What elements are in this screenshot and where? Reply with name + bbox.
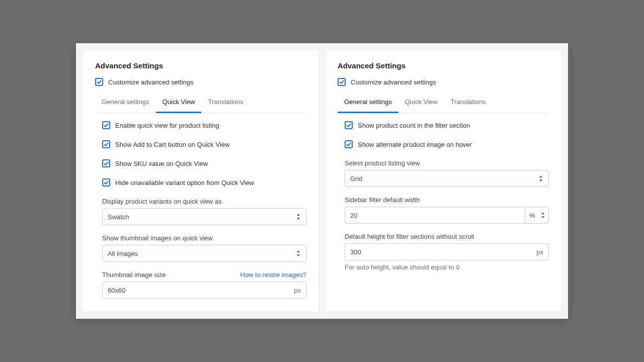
filter-height-input[interactable]: 300 px xyxy=(345,243,549,260)
alt-image-checkbox[interactable] xyxy=(345,140,353,148)
panel-title: Advanced Settings xyxy=(95,61,306,70)
tabs: General settings Quick View Translations xyxy=(338,93,549,113)
customize-row: Customize advanced settings xyxy=(338,78,549,86)
caret-icon xyxy=(538,175,543,182)
thumb-size-value: 60x60 xyxy=(108,287,125,294)
filter-height-suffix: px xyxy=(536,248,543,256)
thumb-mode-select[interactable]: All images xyxy=(102,245,306,262)
tabs: General settings Quick View Translations xyxy=(95,93,306,113)
filter-height-help: For auto height, value should equal to 0 xyxy=(345,263,549,271)
sidebar-width-input[interactable]: 20 xyxy=(345,207,525,224)
hide-unavail-checkbox[interactable] xyxy=(102,178,110,187)
show-count-checkbox[interactable] xyxy=(345,121,353,129)
tab-general[interactable]: General settings xyxy=(338,93,398,113)
caret-icon xyxy=(296,213,301,220)
thumb-size-suffix: px xyxy=(294,287,301,294)
customize-label: Customize advanced settings xyxy=(108,78,194,86)
resize-help-link[interactable]: How to resize images? xyxy=(240,271,307,279)
thumb-size-input[interactable]: 60x60 px xyxy=(102,282,306,299)
sidebar-width-label: Sidebar filter default width xyxy=(345,196,549,204)
filter-height-value: 300 xyxy=(350,248,361,256)
show-sku-label: Show SKU value on Quick View xyxy=(115,160,208,167)
caret-icon xyxy=(540,212,545,219)
show-sku-checkbox[interactable] xyxy=(102,159,110,167)
tab-translations[interactable]: Translations xyxy=(201,93,250,113)
listing-view-value: Grid xyxy=(350,175,363,183)
variant-display-select[interactable]: Swatch xyxy=(102,208,306,225)
alt-image-label: Show alternate product image on hover xyxy=(358,141,472,148)
sidebar-width-unit-select[interactable]: % xyxy=(525,207,549,224)
hide-unavail-label: Hide unavailable variant option from Qui… xyxy=(115,179,254,187)
panel-title: Advanced Settings xyxy=(338,61,549,70)
customize-row: Customize advanced settings xyxy=(95,78,306,86)
enable-qv-checkbox[interactable] xyxy=(102,121,110,129)
show-atc-label: Show Add to Cart button on Quick View xyxy=(115,141,229,148)
filter-height-label: Default height for filter sections witho… xyxy=(345,233,549,240)
enable-qv-label: Enable quick view for product listing xyxy=(115,122,219,129)
variant-display-value: Swatch xyxy=(108,213,129,221)
sidebar-width-value: 20 xyxy=(350,212,357,219)
customize-checkbox[interactable] xyxy=(338,78,346,86)
tab-translations[interactable]: Translations xyxy=(444,93,492,113)
tab-quick-view[interactable]: Quick View xyxy=(156,93,202,113)
caret-icon xyxy=(296,250,301,257)
panel-quick-view: Advanced Settings Customize advanced set… xyxy=(83,50,318,312)
show-atc-checkbox[interactable] xyxy=(102,140,110,148)
variant-display-label: Display product variants on quick view a… xyxy=(102,198,306,205)
panel-general: Advanced Settings Customize advanced set… xyxy=(326,50,561,312)
customize-label: Customize advanced settings xyxy=(351,78,436,86)
thumb-size-label: Thumbnail image size xyxy=(102,271,166,279)
tab-general[interactable]: General settings xyxy=(95,93,156,113)
thumb-mode-value: All images xyxy=(108,250,138,257)
listing-view-label: Select product listing view xyxy=(345,159,549,167)
listing-view-select[interactable]: Grid xyxy=(345,170,549,187)
tab-quick-view[interactable]: Quick View xyxy=(398,93,444,113)
show-count-label: Show product count in the filter section xyxy=(358,122,470,129)
thumb-mode-label: Show thumbnail images on quick view xyxy=(102,234,306,242)
sidebar-width-unit: % xyxy=(529,212,535,219)
customize-checkbox[interactable] xyxy=(95,78,103,86)
